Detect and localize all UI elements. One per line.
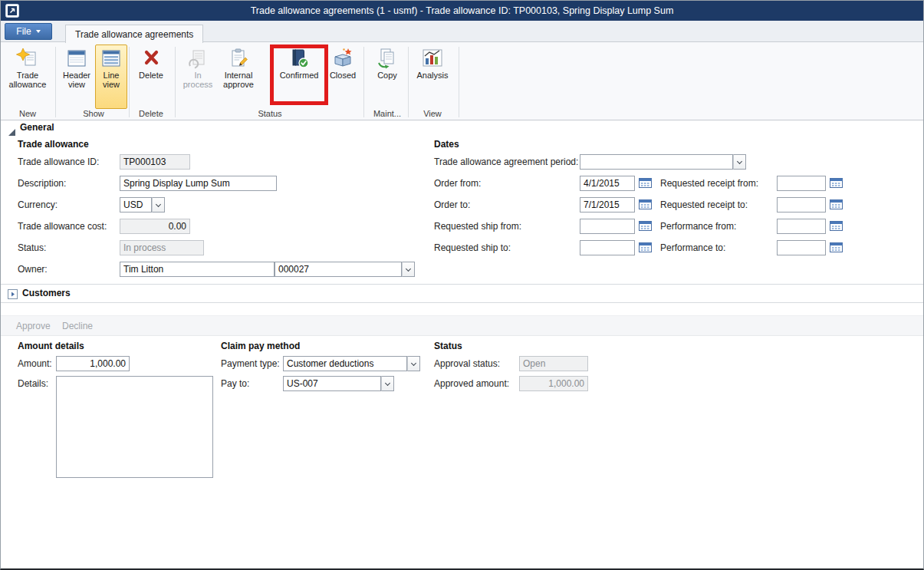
ribbon-button-label: Line view [97, 71, 126, 89]
requested-ship-from-field[interactable] [580, 219, 635, 234]
ribbon-button-label: Internal approve [219, 71, 258, 89]
trade-allowance-cost-label: Trade allowance cost: [18, 221, 107, 232]
requested-ship-to-calendar-button[interactable] [638, 241, 653, 254]
requested-ship-to-field[interactable] [580, 240, 635, 255]
owner-dropdown-button[interactable] [402, 262, 415, 277]
ribbon-group-separator [459, 47, 459, 117]
general-collapse-icon[interactable] [8, 125, 15, 132]
window-title: Trade allowance agreements (1 - usmf) - … [1, 5, 923, 16]
file-caret-icon [36, 30, 41, 33]
requested-receipt-from-label: Requested receipt from: [660, 178, 758, 189]
requested-receipt-to-field[interactable] [777, 197, 826, 213]
requested-receipt-to-calendar-button[interactable] [829, 198, 843, 211]
performance-from-calendar-button[interactable] [829, 219, 843, 232]
currency-field[interactable]: USD [120, 197, 152, 213]
ribbon-group-label-maint: Maint... [370, 109, 405, 118]
ribbon-group-label-view: View [411, 109, 454, 118]
details-textarea[interactable] [56, 376, 213, 478]
requested-receipt-to-label: Requested receipt to: [660, 199, 748, 210]
performance-from-label: Performance from: [660, 221, 736, 232]
section-divider [1, 284, 923, 285]
confirmed-icon [288, 48, 311, 69]
details-label: Details: [18, 378, 48, 389]
currency-label: Currency: [18, 199, 58, 210]
order-to-label: Order to: [434, 199, 470, 210]
general-section-header[interactable]: General [20, 122, 54, 133]
requested-ship-from-calendar-button[interactable] [638, 219, 653, 232]
ribbon-button-copy[interactable]: Copy [370, 44, 405, 109]
order-to-calendar-button[interactable] [638, 198, 653, 211]
order-to-field[interactable]: 7/1/2015 [580, 197, 635, 213]
ribbon-group-label-new: New [5, 109, 51, 118]
performance-to-field[interactable] [777, 240, 826, 255]
ribbon-group-separator [55, 47, 56, 117]
closed-icon [331, 48, 354, 69]
customers-section-header[interactable]: Customers [22, 288, 71, 298]
ribbon-button-internal-approve[interactable]: Internal approve [218, 44, 259, 109]
performance-from-field[interactable] [777, 219, 826, 234]
header-view-icon [65, 48, 88, 69]
requested-ship-from-label: Requested ship from: [434, 221, 521, 232]
ribbon-button-confirmed[interactable]: Confirmed [277, 44, 321, 109]
ribbon-button-trade-allowance[interactable]: Trade allowance [5, 44, 51, 109]
payment-type-field[interactable]: Customer deductions [283, 356, 407, 371]
owner-name-field[interactable]: Tim Litton [120, 262, 275, 277]
ribbon-button-closed[interactable]: Closed [325, 44, 360, 109]
customers-expand-icon[interactable] [8, 288, 18, 298]
claim-pay-method-heading: Claim pay method [221, 341, 300, 351]
payment-type-label: Payment type: [221, 358, 280, 369]
ribbon-button-label: In process [181, 71, 215, 89]
ribbon-button-in-process[interactable]: In process [179, 44, 216, 109]
owner-id-field[interactable]: 000027 [275, 262, 402, 277]
requested-receipt-from-calendar-button[interactable] [829, 176, 843, 189]
chevron-down-icon [406, 265, 411, 271]
order-from-label: Order from: [434, 178, 481, 189]
ribbon-button-label: Analysis [417, 71, 449, 80]
requested-ship-to-label: Requested ship to: [434, 242, 511, 253]
trade-allowance-id-label: Trade allowance ID: [18, 157, 99, 167]
pay-to-field[interactable]: US-007 [283, 376, 381, 391]
ribbon-button-label: Trade allowance [6, 71, 49, 89]
agreement-period-dropdown-button[interactable] [733, 154, 746, 170]
ribbon: Trade allowance Header view Line view De… [1, 42, 923, 120]
ribbon-button-analysis[interactable]: Analysis [411, 44, 454, 109]
approval-status-field: Open [519, 356, 588, 371]
payment-type-dropdown-button[interactable] [407, 356, 420, 371]
decline-button[interactable]: Decline [62, 321, 93, 331]
order-from-calendar-button[interactable] [638, 176, 653, 189]
approval-status-label: Approval status: [434, 358, 500, 369]
ribbon-button-delete[interactable]: Delete [132, 44, 170, 109]
status-label: Status: [18, 242, 46, 253]
currency-dropdown-button[interactable] [152, 197, 165, 213]
owner-label: Owner: [18, 264, 48, 275]
file-menu-button[interactable]: File [5, 23, 52, 40]
performance-to-calendar-button[interactable] [829, 241, 843, 254]
ribbon-button-line-view[interactable]: Line view [95, 44, 127, 109]
trade-allowance-cost-field: 0.00 [120, 219, 190, 234]
approve-button[interactable]: Approve [16, 321, 51, 331]
chevron-down-icon [737, 158, 742, 163]
line-status-heading: Status [434, 341, 462, 351]
requested-receipt-from-field[interactable] [777, 176, 826, 191]
ribbon-group-label-show: Show [60, 109, 127, 118]
internal-approve-icon [227, 48, 250, 69]
tab-trade-allowance-agreements[interactable]: Trade allowance agreements [65, 25, 203, 43]
amount-field[interactable]: 1,000.00 [56, 356, 130, 371]
ribbon-tab-strip: File Trade allowance agreements [1, 21, 923, 42]
ribbon-button-label: Confirmed [280, 71, 319, 80]
pay-to-dropdown-button[interactable] [381, 376, 394, 391]
order-from-field[interactable]: 4/1/2015 [580, 176, 635, 191]
ribbon-group-label-delete: Delete [132, 109, 170, 118]
title-bar: Trade allowance agreements (1 - usmf) - … [1, 1, 923, 21]
ribbon-button-label: Header view [61, 71, 92, 89]
ribbon-button-label: Copy [377, 71, 397, 80]
line-view-icon [100, 48, 123, 69]
section-divider [1, 302, 923, 303]
description-field[interactable]: Spring Display Lump Sum [120, 176, 277, 191]
app-window: Trade allowance agreements (1 - usmf) - … [0, 0, 924, 570]
agreement-period-field[interactable] [580, 154, 733, 170]
file-menu-label: File [16, 26, 31, 37]
trade-allowance-new-icon [16, 48, 39, 69]
amount-details-heading: Amount details [18, 341, 84, 351]
ribbon-button-header-view[interactable]: Header view [60, 44, 94, 109]
